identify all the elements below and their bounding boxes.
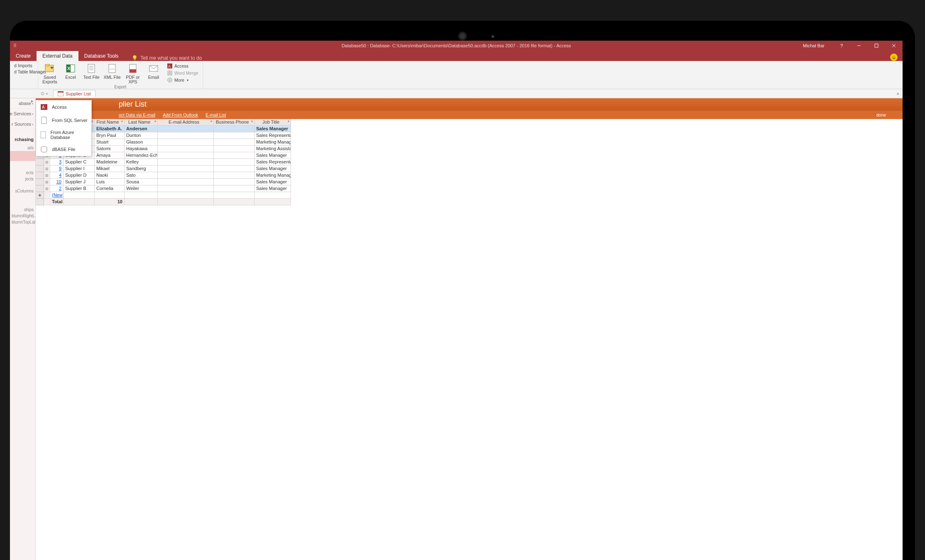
done-link[interactable]: done [876, 112, 886, 117]
nav-item-jects[interactable]: jects [10, 176, 35, 182]
cell-firstname[interactable]: Bryn Paul [95, 132, 125, 139]
nav-item-columns[interactable]: sColumns [10, 188, 35, 194]
tab-create[interactable]: Create [10, 51, 37, 61]
col-firstname[interactable]: First Name [95, 119, 125, 126]
table-row[interactable]: ▸⊞1AElizabeth A.AndersenSales Manager [36, 126, 903, 132]
cell-jobtitle[interactable]: Sales Manager [254, 126, 291, 132]
cell-email[interactable] [158, 185, 214, 192]
help-button[interactable]: ? [833, 41, 850, 51]
cell-lastname[interactable]: Hayakawa [125, 146, 158, 152]
cell-phone[interactable] [214, 185, 254, 192]
nav-toggle-arrows[interactable]: ⊙ « [41, 91, 48, 96]
expand-icon[interactable]: ⊞ [44, 159, 50, 166]
table-row[interactable]: ⊞2Supplier BCorneliaWeilerSales Manager [36, 185, 903, 192]
close-tab-button[interactable]: × [897, 91, 899, 96]
expand-icon[interactable]: ⊞ [44, 179, 50, 185]
cell-firstname[interactable]: Luis [95, 179, 125, 185]
cell-email[interactable] [158, 126, 214, 132]
row-selector[interactable]: ✱ [36, 192, 44, 199]
linked-table-manager-button[interactable]: d Table Manager [12, 69, 35, 75]
add-from-outlook-link[interactable]: Add From Outlook [163, 112, 198, 117]
row-selector[interactable] [36, 172, 44, 179]
datasheet[interactable]: ny First Name Last Name E-mail Address B… [36, 119, 903, 205]
dropdown-item-access[interactable]: A Access [36, 100, 91, 114]
minimize-button[interactable] [850, 41, 868, 51]
cell-lastname[interactable]: Weiler [125, 185, 158, 192]
new-id[interactable]: (New) [50, 192, 64, 199]
cell-jobtitle[interactable]: Sales Manager [254, 179, 291, 185]
user-name[interactable]: Michal Bar [803, 43, 833, 48]
cell-lastname[interactable]: Sato [125, 172, 158, 179]
cell-firstname[interactable]: Amaya [95, 152, 125, 159]
cell-email[interactable] [158, 159, 214, 166]
nav-item-purchasing[interactable]: rchasing [10, 134, 35, 145]
cell-firstname[interactable]: Elizabeth A. [95, 126, 125, 132]
cell-id[interactable]: 9 [50, 166, 64, 172]
table-row[interactable]: ⊞5Supplier EAmayaHernandez-EcheSales Man… [36, 152, 903, 159]
cell-company[interactable]: Supplier B [64, 185, 95, 192]
col-phone[interactable]: Business Phone [214, 119, 254, 126]
cell-lastname[interactable]: Glasson [125, 139, 158, 146]
access-export-button[interactable]: A Access [165, 63, 200, 69]
dropdown-item-azure[interactable]: From Azure Database [36, 127, 91, 143]
cell-jobtitle[interactable]: Sales Representati [254, 159, 291, 166]
row-selector[interactable] [36, 179, 44, 185]
tell-me-search[interactable]: 💡 Tell me what you want to do [124, 55, 202, 61]
cell-jobtitle[interactable]: Marketing Assistan [254, 146, 291, 152]
text-file-export-button[interactable]: Text File [82, 62, 100, 80]
email-export-button[interactable]: Email [144, 62, 163, 80]
cell-jobtitle[interactable]: Sales Manager [254, 185, 291, 192]
cell-firstname[interactable]: Satomi [95, 146, 125, 152]
cell-lastname[interactable]: Hernandez-Eche [125, 152, 158, 159]
nav-expand-button[interactable]: ▸ [31, 98, 34, 104]
xml-file-export-button[interactable]: </> XML File [103, 62, 121, 80]
nav-item-selected[interactable] [10, 151, 35, 161]
nav-item-ects[interactable]: ects [10, 170, 35, 176]
nav-item-rightlabels[interactable]: blumnRightLabels [10, 213, 35, 219]
expand-icon[interactable]: ⊞ [44, 172, 50, 179]
cell-id[interactable]: 10 [50, 179, 64, 185]
table-row[interactable]: ⊞3Supplier CMadeleineKelleySales Represe… [36, 159, 903, 166]
cell-lastname[interactable]: Sandberg [125, 166, 158, 172]
navigation-pane[interactable]: ▸ abase▸ e Services▸ r Sources▸ rchasing… [10, 98, 36, 560]
cell-jobtitle[interactable]: Sales Manager [254, 166, 291, 172]
maximize-button[interactable] [868, 41, 885, 51]
table-row[interactable]: ⊞Bryn PaulDuntonSales Representati [36, 132, 903, 139]
cell-email[interactable] [158, 152, 214, 159]
email-list-link[interactable]: E-mail List [206, 112, 226, 117]
col-jobtitle[interactable]: Job Title [254, 119, 291, 126]
nav-item-details[interactable]: ails [10, 145, 35, 151]
cell-phone[interactable] [214, 166, 254, 172]
cell-phone[interactable] [214, 152, 254, 159]
cell-email[interactable] [158, 146, 214, 152]
qat-customize[interactable]: ⠿ [12, 42, 18, 49]
pdf-xps-export-button[interactable]: PDF or XPS [124, 62, 142, 84]
col-email[interactable]: E-mail Address [158, 119, 214, 126]
feedback-smiley-icon[interactable]: ☺ [890, 54, 898, 61]
cell-email[interactable] [158, 139, 214, 146]
row-selector[interactable] [36, 166, 44, 172]
cell-jobtitle[interactable]: Marketing Manage [254, 139, 291, 146]
row-selector[interactable] [36, 159, 44, 166]
cell-phone[interactable] [214, 159, 254, 166]
more-exports-button[interactable]: More▾ [165, 77, 200, 83]
cell-company[interactable]: Supplier C [64, 159, 95, 166]
nav-group-sources[interactable]: r Sources▸ [10, 119, 35, 129]
cell-jobtitle[interactable]: Marketing Manage [254, 172, 291, 179]
tab-external-data[interactable]: External Data [37, 51, 78, 61]
cell-jobtitle[interactable]: Sales Representati [254, 132, 291, 139]
cell-lastname[interactable]: Andersen [125, 126, 158, 132]
tab-database-tools[interactable]: Database Tools [78, 51, 125, 61]
cell-firstname[interactable]: Madeleine [95, 159, 125, 166]
cell-email[interactable] [158, 172, 214, 179]
cell-phone[interactable] [214, 179, 254, 185]
cell-phone[interactable] [214, 146, 254, 152]
row-selector[interactable] [36, 185, 44, 192]
table-row[interactable]: ⊞SatomiHayakawaMarketing Assistan [36, 146, 903, 152]
saved-exports-button[interactable]: Saved Exports [41, 62, 59, 84]
nav-item-toplabels[interactable]: blumnTopLabels [10, 219, 35, 225]
new-record-row[interactable]: ✱ (New) [36, 192, 903, 199]
expand-icon[interactable]: ⊞ [44, 166, 50, 172]
cell-lastname[interactable]: Dunton [125, 132, 158, 139]
cell-email[interactable] [158, 179, 214, 185]
